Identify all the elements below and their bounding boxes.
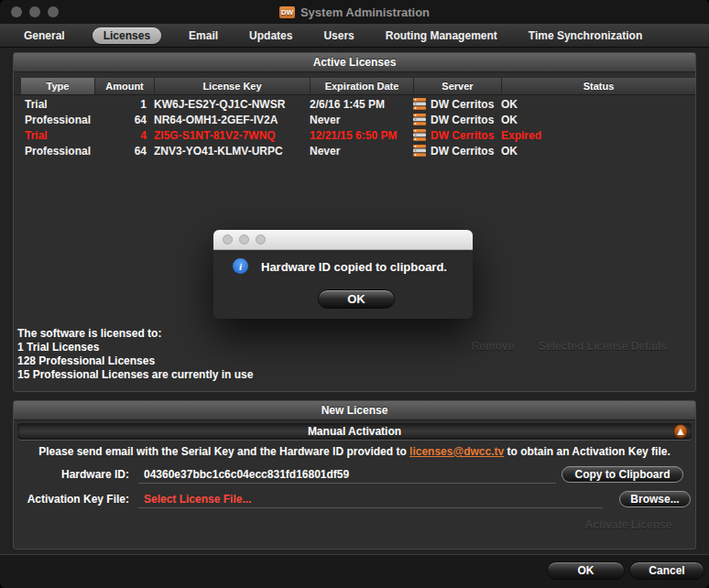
tab-bar: General Licenses Email Updates Users Rou… bbox=[0, 24, 709, 48]
activate-license-button[interactable]: Activate License bbox=[551, 518, 706, 531]
summary-line: The software is licensed to: bbox=[17, 327, 253, 341]
triangle-up-icon[interactable]: ▲ bbox=[673, 424, 688, 439]
column-header-server[interactable]: Server bbox=[413, 78, 501, 94]
tab-updates[interactable]: Updates bbox=[245, 27, 296, 44]
dialog-ok-button[interactable]: OK bbox=[318, 289, 395, 309]
new-license-group: New License Manual Activation ▲ Please s… bbox=[13, 400, 696, 550]
hardware-id-field[interactable]: 04360e37bbc1c6c04ecc831fd16801df59 bbox=[138, 466, 556, 484]
summary-line: 15 Professional Licenses are currently i… bbox=[17, 368, 253, 382]
new-license-header: New License bbox=[14, 401, 695, 420]
column-header-amount[interactable]: Amount bbox=[94, 78, 154, 94]
license-table-header: Type Amount License Key Expiration Date … bbox=[14, 78, 695, 95]
footer-bar: OK Cancel bbox=[0, 554, 709, 588]
server-rack-icon bbox=[413, 129, 426, 141]
license-table-body: Trial 1 KW6J-ES2Y-QJ1C-NWSR 2/6/16 1:45 … bbox=[14, 96, 695, 158]
system-administration-window: DW System Administration General License… bbox=[0, 0, 709, 588]
cancel-button[interactable]: Cancel bbox=[629, 561, 704, 580]
dialog-message: Hardware ID copied to clipboard. bbox=[261, 260, 447, 274]
active-licenses-group: Active Licenses Type Amount License Key … bbox=[13, 52, 696, 392]
table-row[interactable]: Professional 64 NR64-OMH1-2GEF-IV2A Neve… bbox=[14, 112, 695, 127]
tab-general[interactable]: General bbox=[20, 27, 69, 44]
dw-logo-icon: DW bbox=[279, 6, 295, 18]
zoom-icon[interactable] bbox=[48, 6, 59, 17]
table-row[interactable]: Trial 4 ZI5G-S1NT-81V2-7WNQ 12/21/15 6:5… bbox=[14, 127, 695, 143]
license-summary: The software is licensed to: 1 Trial Lic… bbox=[17, 327, 253, 382]
table-row[interactable]: Professional 64 ZNV3-YO41-KLMV-URPC Neve… bbox=[14, 143, 695, 158]
dialog-titlebar bbox=[213, 230, 473, 250]
window-title: System Administration bbox=[300, 5, 430, 19]
dialog-zoom-icon[interactable] bbox=[256, 234, 266, 245]
hardware-id-row: Hardware ID: 04360e37bbc1c6c04ecc831fd16… bbox=[14, 465, 695, 484]
licenses-email-link[interactable]: licenses@dwcc.tv bbox=[409, 445, 504, 458]
column-header-license-key[interactable]: License Key bbox=[154, 78, 310, 94]
dialog-minimize-icon[interactable] bbox=[239, 234, 249, 245]
column-header-status[interactable]: Status bbox=[501, 78, 695, 94]
column-header-expiration-date[interactable]: Expiration Date bbox=[310, 78, 413, 94]
window-controls bbox=[11, 6, 59, 17]
new-license-title: New License bbox=[322, 404, 388, 417]
info-circle-icon: i bbox=[233, 258, 248, 274]
dialog-close-icon[interactable] bbox=[223, 234, 233, 245]
tab-email[interactable]: Email bbox=[185, 27, 222, 44]
tab-time-synchronization[interactable]: Time Synchronization bbox=[525, 27, 646, 44]
summary-line: 128 Professional Licenses bbox=[17, 354, 253, 368]
activation-instruction: Please send email with the Serial Key an… bbox=[14, 445, 695, 458]
license-file-field[interactable]: Select License File... bbox=[138, 491, 603, 508]
titlebar: DW System Administration bbox=[0, 0, 709, 24]
tab-users[interactable]: Users bbox=[320, 27, 357, 44]
manual-activation-section[interactable]: Manual Activation ▲ bbox=[17, 423, 692, 441]
active-licenses-header: Active Licenses bbox=[14, 53, 695, 72]
hardware-id-label: Hardware ID: bbox=[14, 468, 129, 481]
selected-license-details-button[interactable]: Selected License Details bbox=[520, 340, 685, 353]
tab-licenses[interactable]: Licenses bbox=[93, 27, 161, 44]
server-rack-icon bbox=[413, 114, 426, 125]
clipboard-dialog: i Hardware ID copied to clipboard. OK bbox=[213, 230, 473, 319]
column-header-type[interactable]: Type bbox=[21, 78, 94, 94]
minimize-icon[interactable] bbox=[29, 6, 40, 17]
copy-to-clipboard-button[interactable]: Copy to Clipboard bbox=[562, 466, 683, 483]
close-icon[interactable] bbox=[11, 6, 22, 17]
active-licenses-title: Active Licenses bbox=[313, 56, 397, 69]
summary-line: 1 Trial Licenses bbox=[17, 341, 253, 354]
manual-activation-label: Manual Activation bbox=[308, 425, 401, 438]
server-rack-icon bbox=[413, 145, 426, 157]
dialog-body: i Hardware ID copied to clipboard. OK bbox=[213, 250, 473, 319]
server-rack-icon bbox=[413, 98, 426, 110]
tab-routing-management[interactable]: Routing Management bbox=[382, 27, 501, 44]
activation-key-file-row: Activation Key File: Select License File… bbox=[14, 490, 695, 508]
ok-button[interactable]: OK bbox=[547, 561, 625, 580]
table-row[interactable]: Trial 1 KW6J-ES2Y-QJ1C-NWSR 2/6/16 1:45 … bbox=[14, 96, 695, 112]
activation-key-file-label: Activation Key File: bbox=[14, 493, 129, 506]
browse-button[interactable]: Browse... bbox=[619, 491, 691, 507]
